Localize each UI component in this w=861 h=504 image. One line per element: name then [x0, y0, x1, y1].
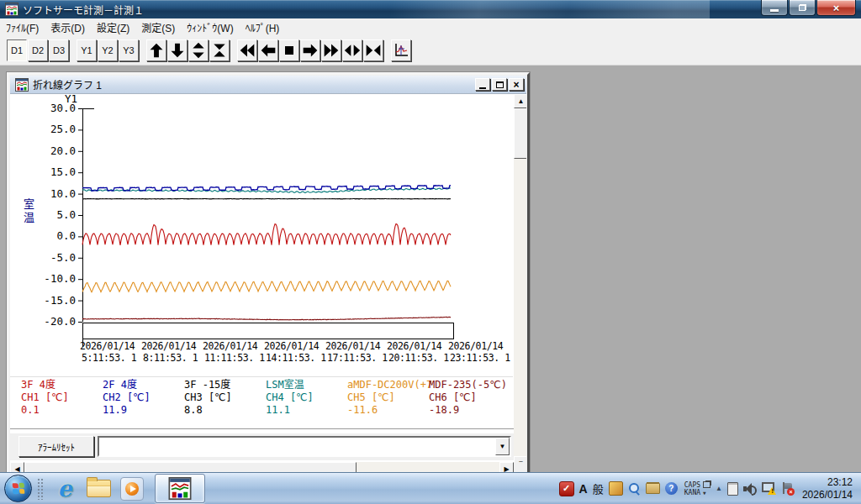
y-axis-name: Y1: [65, 94, 77, 105]
minimize-button[interactable]: [761, 0, 788, 16]
legend-channel-unit: CH4 [℃]: [266, 391, 347, 404]
ime-conversion-mode-indicator[interactable]: 般: [593, 480, 604, 496]
clock-time: 23:12: [802, 476, 853, 489]
expand-vertical-button[interactable]: [188, 39, 209, 61]
legend-channel-name: 2F 4度: [103, 379, 184, 391]
graph-minimize-button[interactable]: [475, 78, 490, 91]
menu-measure[interactable]: 測定(S): [135, 18, 181, 36]
pan-box[interactable]: [83, 323, 454, 339]
legend-channel-name: 3F 4度: [21, 379, 103, 391]
d2-button[interactable]: D2: [28, 39, 48, 61]
clipboard-tray-icon[interactable]: [727, 482, 738, 496]
y-axis-tick: -20.0: [44, 315, 76, 328]
graph-settings-button[interactable]: [391, 39, 411, 61]
security-tray-icon[interactable]: ✓: [559, 481, 574, 496]
compress-vertical-icon: [211, 42, 228, 59]
legend-channel-name: aMDF-DC200V(+7: [347, 379, 429, 391]
menu-file[interactable]: ﾌｧｲﾙ(F): [0, 18, 45, 36]
y-axis-tick: 0.0: [56, 229, 76, 242]
x-axis-time: 23:11:53. 1: [450, 352, 510, 364]
scroll-down-button[interactable]: [167, 39, 188, 61]
right-triangle-icon: ▶: [504, 465, 509, 473]
compress-horizontal-button[interactable]: [363, 39, 383, 61]
legend-channel-5: aMDF-DC200V(+7CH5 [℃]-11.6: [347, 379, 429, 423]
stop-icon: [281, 42, 298, 59]
close-button[interactable]: ×: [816, 0, 856, 16]
panel-divider: [10, 428, 514, 432]
y-axis-tick: 15.0: [50, 165, 76, 178]
d3-button[interactable]: D3: [49, 39, 69, 61]
volume-tray-icon[interactable]: [743, 483, 757, 495]
left-triangle-icon: ◀: [14, 465, 19, 473]
show-hidden-icons-button[interactable]: ▲: [716, 485, 722, 492]
y-axis-tick: 5.0: [56, 208, 76, 221]
x-axis-date: 2026/01/14: [264, 340, 320, 352]
taskbar-clock[interactable]: 23:12 2026/01/14: [802, 476, 853, 501]
folder-icon: [87, 480, 111, 497]
media-player-launcher[interactable]: [118, 475, 146, 502]
legend-channel-2: 2F 4度CH2 [℃]11.9: [103, 379, 184, 423]
y-axis-tick: -5.0: [50, 251, 76, 264]
vertical-scrollbar[interactable]: ▲ ▼: [514, 94, 526, 472]
scrollbar-up-button[interactable]: ▲: [514, 94, 526, 108]
scroll-up-button[interactable]: [146, 39, 166, 61]
vertical-scrollbar-thumb[interactable]: [514, 108, 526, 159]
start-button[interactable]: [4, 475, 32, 502]
menu-view[interactable]: 表示(D): [45, 18, 91, 36]
softthermo-task-button[interactable]: [155, 474, 205, 503]
alarm-reset-button[interactable]: ｱﾗｰﾑﾘｾｯﾄ: [18, 436, 94, 457]
ime-help-icon[interactable]: ?: [665, 482, 678, 495]
internet-explorer-launcher[interactable]: e: [50, 475, 79, 502]
menu-window[interactable]: ｳｨﾝﾄﾞｳ(W): [181, 18, 239, 36]
media-player-icon: [120, 477, 144, 501]
minimize-icon: [770, 9, 779, 12]
step-right-button[interactable]: [300, 39, 320, 61]
x-axis-time: 5:11:53. 1: [82, 352, 137, 364]
legend-channel-unit: CH5 [℃]: [347, 391, 429, 404]
graph-close-button[interactable]: ×: [509, 78, 524, 91]
ime-dictionary-icon[interactable]: [628, 482, 641, 495]
minimize-icon: [479, 87, 486, 89]
ime-input-mode-indicator[interactable]: A: [579, 482, 588, 496]
horizontal-scrollbar-thumb[interactable]: [24, 462, 357, 472]
stop-button[interactable]: [279, 39, 299, 61]
x-axis-date: 2026/01/14: [80, 340, 135, 352]
file-explorer-launcher[interactable]: [84, 475, 113, 502]
y2-button[interactable]: Y2: [98, 39, 118, 61]
graph-maximize-button[interactable]: [492, 78, 507, 91]
kana-label: KANA: [684, 489, 700, 496]
fast-rewind-button[interactable]: [237, 39, 257, 61]
combo-dropdown-button[interactable]: ▼: [495, 438, 510, 455]
legend-channel-value: 0.1: [21, 404, 103, 417]
alarm-message-combo[interactable]: ▼: [98, 436, 511, 457]
expand-horizontal-button[interactable]: [342, 39, 362, 61]
scrollbar-corner: [514, 462, 526, 472]
ime-pad-icon[interactable]: [609, 481, 623, 496]
horizontal-scrollbar[interactable]: ◀ ▶: [10, 462, 514, 472]
d1-button[interactable]: D1: [7, 39, 27, 61]
display-button-group: D1 D2 D3: [7, 39, 70, 61]
legend-channel-value: -18.9: [429, 404, 510, 417]
fast-forward-button[interactable]: [321, 39, 341, 61]
restore-button[interactable]: [789, 0, 816, 16]
scrollbar-left-button[interactable]: ◀: [10, 462, 24, 472]
graph-window-titlebar[interactable]: 折れ線グラフ 1 ×: [10, 76, 526, 94]
system-tray: ✓ A 般 ? CAPS KANA▼ ▲ ! × 23:12 2026/01/1…: [554, 473, 861, 504]
scrollbar-right-button[interactable]: ▶: [499, 462, 514, 472]
y3-button[interactable]: Y3: [119, 39, 139, 61]
compress-vertical-button[interactable]: [209, 39, 230, 61]
step-left-button[interactable]: [258, 39, 278, 61]
menu-help[interactable]: ﾍﾙﾌﾟ(H): [240, 18, 286, 36]
caps-kana-indicator[interactable]: CAPS KANA▼: [684, 481, 710, 496]
y-axis-tick: 25.0: [50, 123, 76, 135]
network-warning-tray-icon[interactable]: !: [762, 482, 776, 495]
ime-toolbox-icon[interactable]: [646, 483, 660, 494]
clock-date: 2026/01/14: [802, 489, 853, 501]
graph-window: 折れ線グラフ 1 × 30.025.020.015.010.05.00.0-5.…: [7, 72, 530, 472]
app-titlebar[interactable]: ソフトサーモ計測－計測１ ×: [0, 0, 861, 18]
legend-separator: [10, 376, 513, 377]
chevron-down-icon: ▼: [703, 489, 706, 496]
menu-settings[interactable]: 設定(Z): [91, 18, 135, 36]
y1-button[interactable]: Y1: [77, 39, 97, 61]
action-center-flag-icon[interactable]: ×: [781, 482, 794, 495]
